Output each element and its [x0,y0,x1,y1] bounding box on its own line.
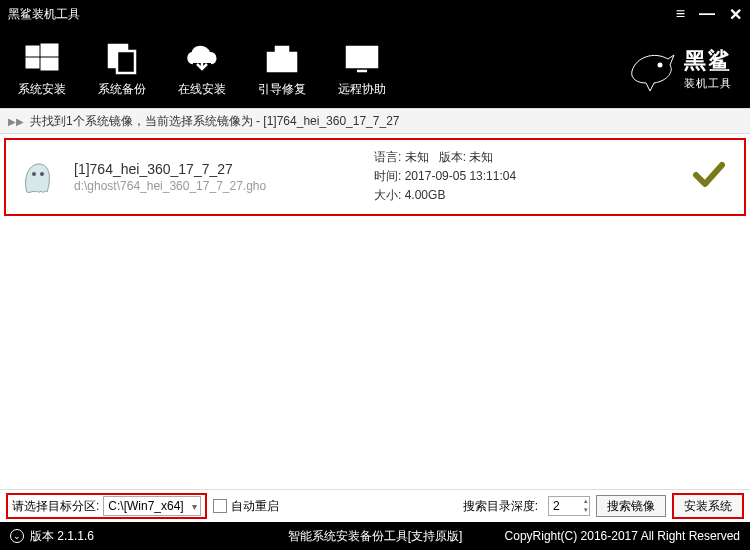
svg-rect-2 [26,58,39,68]
minimize-icon[interactable]: — [699,5,715,23]
toolbar: 请选择目标分区: C:\[Win7_x64] 自动重启 搜索目录深度: 2 搜索… [0,489,750,522]
image-row[interactable]: [1]764_hei_360_17_7_27 d:\ghost\764_hei_… [4,138,746,216]
ghost-icon [16,155,60,199]
pathbar-text: 共找到1个系统镜像，当前选择系统镜像为 - [1]764_hei_360_17_… [30,113,399,130]
statusbar: ⌄ 版本 2.1.1.6 智能系统安装备份工具[支持原版] CopyRight(… [0,522,750,550]
svg-rect-1 [41,44,58,56]
nav-online-install[interactable]: 在线安装 [178,39,226,98]
install-system-button[interactable]: 安装系统 [674,495,742,517]
checkbox-icon [213,499,227,513]
logo-big: 黑鲨 [684,46,732,76]
nav-label: 引导修复 [258,81,306,98]
svg-point-15 [40,172,44,176]
auto-restart-checkbox[interactable]: 自动重启 [213,498,279,515]
svg-rect-5 [117,51,135,73]
svg-rect-3 [41,58,58,70]
windows-icon [24,39,60,77]
nav-system-install[interactable]: 系统安装 [18,39,66,98]
svg-point-13 [658,63,663,68]
nav-label: 在线安装 [178,81,226,98]
menu-icon[interactable]: ≡ [676,5,685,23]
search-image-button[interactable]: 搜索镜像 [596,495,666,517]
image-path: d:\ghost\764_hei_360_17_7_27.gho [74,179,374,193]
remote-icon [343,39,381,77]
toolbox-icon [264,39,300,77]
header: 系统安装 系统备份 在线安装 引导修复 远程协助 黑鲨 装机工具 [0,28,750,108]
shark-icon [624,41,678,95]
status-center-text: 智能系统安装备份工具[支持原版] [288,528,463,545]
nav-label: 系统备份 [98,81,146,98]
nav-remote-assist[interactable]: 远程协助 [338,39,386,98]
titlebar: 黑鲨装机工具 ≡ — ✕ [0,0,750,28]
auto-restart-label: 自动重启 [231,498,279,515]
down-arrow-icon: ⌄ [10,529,24,543]
depth-stepper[interactable]: 2 [548,496,590,516]
cloud-download-icon [183,39,221,77]
copyright-text: CopyRight(C) 2016-2017 All Right Reserve… [505,529,740,543]
svg-rect-0 [26,46,39,56]
close-icon[interactable]: ✕ [729,5,742,24]
image-meta: 语言: 未知 版本: 未知 时间: 2017-09-05 13:11:04 大小… [374,148,516,206]
nav-system-backup[interactable]: 系统备份 [98,39,146,98]
pathbar: ▶▶ 共找到1个系统镜像，当前选择系统镜像为 - [1]764_hei_360_… [0,108,750,134]
logo-small: 装机工具 [684,76,732,91]
partition-select[interactable]: C:\[Win7_x64] [103,496,200,516]
copy-icon [105,39,139,77]
nav-boot-repair[interactable]: 引导修复 [258,39,306,98]
nav-label: 远程协助 [338,81,386,98]
depth-label: 搜索目录深度: [463,498,538,515]
content-area: [1]764_hei_360_17_7_27 d:\ghost\764_hei_… [0,134,750,489]
version-info: ⌄ 版本 2.1.1.6 [10,528,94,545]
image-title: [1]764_hei_360_17_7_27 [74,161,374,177]
partition-label: 请选择目标分区: [12,498,99,515]
nav-label: 系统安装 [18,81,66,98]
partition-group: 请选择目标分区: C:\[Win7_x64] [6,493,207,519]
check-icon [692,161,726,193]
svg-point-14 [32,172,36,176]
chevron-icon: ▶▶ [8,116,24,127]
logo: 黑鲨 装机工具 [624,41,732,95]
app-title: 黑鲨装机工具 [8,6,80,23]
